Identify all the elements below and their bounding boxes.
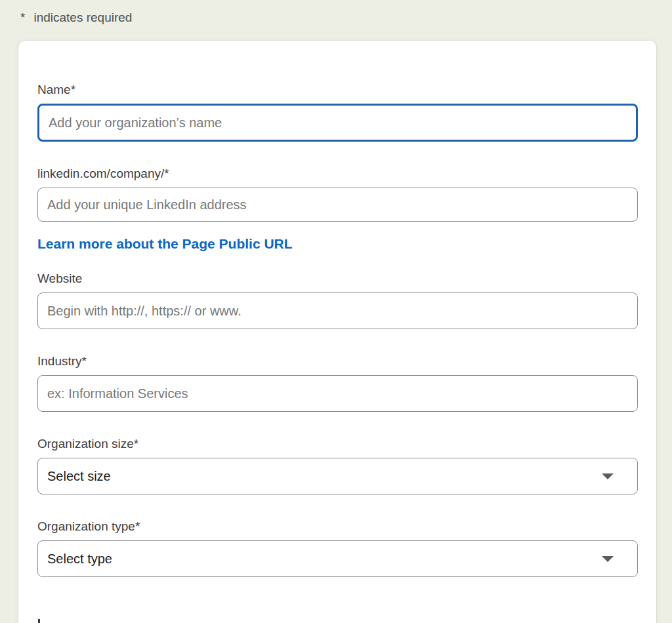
organization-size-label: Organization size* <box>37 436 638 452</box>
public-url-label: linkedin.com/company/* <box>37 166 638 182</box>
website-label: Website <box>37 271 638 287</box>
required-note: * indicates required <box>20 10 132 25</box>
organization-size-selected-value: Select size <box>47 469 111 484</box>
create-company-page-form: * indicates required Name* linkedin.com/… <box>0 0 672 623</box>
industry-field-group: Industry* <box>37 353 638 412</box>
organization-type-field-group: Organization type* Select type <box>37 519 638 577</box>
organization-size-field-group: Organization size* Select size <box>37 436 638 494</box>
required-asterisk: * <box>20 10 25 25</box>
chevron-down-icon <box>602 473 614 479</box>
name-field-group: Name* <box>37 82 638 142</box>
website-input[interactable] <box>37 292 638 329</box>
organization-type-select[interactable]: Select type <box>37 540 638 577</box>
cutoff-text-fragment <box>38 619 40 623</box>
form-card: Name* linkedin.com/company/* Learn more … <box>18 41 656 623</box>
chevron-down-icon <box>602 556 614 562</box>
public-url-field-group: linkedin.com/company/* <box>37 166 638 222</box>
industry-input[interactable] <box>37 375 638 412</box>
name-label: Name* <box>37 82 638 98</box>
name-input[interactable] <box>37 104 638 142</box>
learn-more-link[interactable]: Learn more about the Page Public URL <box>37 236 293 252</box>
website-field-group: Website <box>37 271 638 329</box>
public-url-input[interactable] <box>37 188 638 222</box>
organization-type-label: Organization type* <box>37 519 638 534</box>
required-note-text: indicates required <box>33 10 132 25</box>
learn-more-row: Learn more about the Page Public URL <box>37 239 638 257</box>
organization-size-select[interactable]: Select size <box>37 458 638 494</box>
industry-label: Industry* <box>37 353 638 369</box>
organization-type-selected-value: Select type <box>47 552 112 567</box>
